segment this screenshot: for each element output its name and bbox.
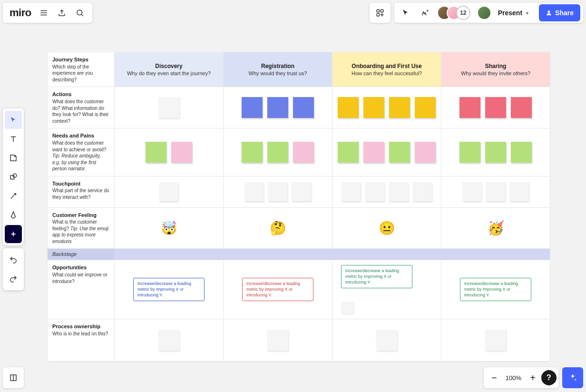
present-button[interactable]: Present ▾ — [493, 4, 533, 21]
svg-rect-5 — [377, 10, 379, 12]
sticky-note[interactable] — [267, 142, 288, 163]
sticky-note[interactable] — [158, 97, 179, 118]
sticky-note[interactable] — [511, 142, 532, 163]
reactions-icon[interactable] — [416, 4, 433, 21]
share-button[interactable]: Share — [539, 4, 580, 21]
sticky-note[interactable] — [267, 330, 288, 351]
sticky-note[interactable] — [511, 97, 532, 118]
sticky-note[interactable] — [363, 97, 384, 118]
opportunity-card[interactable]: Increase/decrease a leading metric by im… — [341, 265, 412, 288]
apps-icon[interactable] — [371, 4, 389, 21]
phase-header-sharing[interactable]: Sharing Why would they invite others? — [441, 52, 550, 87]
sticky-note[interactable] — [341, 302, 353, 314]
row-opportunities: Opportunities What could we improve or i… — [48, 260, 550, 319]
user-avatar[interactable] — [477, 6, 491, 20]
sticky-note[interactable] — [158, 330, 179, 351]
row-backstage-divider: Backstage — [48, 249, 550, 260]
phase-header-onboarding[interactable]: Onboarding and First Use How can they fe… — [332, 52, 441, 87]
zoom-controls: − 100% + ? — [484, 367, 558, 388]
opportunity-card[interactable]: Increase/decrease a leading metric by im… — [133, 278, 205, 301]
row-label: Actions What does the customer do? What … — [48, 87, 114, 128]
sticky-note[interactable] — [415, 142, 436, 163]
frames-panel-button[interactable] — [3, 367, 24, 388]
sticky-note[interactable] — [365, 182, 384, 201]
sticky-note[interactable] — [376, 330, 397, 351]
redo-button[interactable] — [5, 270, 22, 288]
row-process-ownership: Process ownership Who is in the lead on … — [48, 319, 550, 361]
row-label: Customer Feeling What is the customer fe… — [48, 208, 114, 249]
row-journey-steps: Journey Steps Which step of the experien… — [48, 52, 550, 87]
sticky-note[interactable] — [459, 97, 480, 118]
zoom-out-button[interactable]: − — [486, 369, 503, 386]
select-tool[interactable] — [5, 111, 22, 129]
phase-header-registration[interactable]: Registration Why would they trust us? — [223, 52, 332, 87]
sticky-note[interactable] — [363, 142, 384, 163]
export-icon[interactable] — [53, 4, 70, 21]
sticky-note[interactable] — [389, 97, 410, 118]
row-customer-feeling: Customer Feeling What is the customer fe… — [48, 208, 550, 249]
sticky-note[interactable] — [171, 142, 192, 163]
search-icon[interactable] — [71, 4, 88, 21]
svg-point-3 — [77, 10, 82, 15]
row-actions: Actions What does the customer do? What … — [48, 87, 550, 128]
svg-rect-6 — [381, 10, 383, 12]
ai-assist-button[interactable] — [562, 367, 583, 388]
sticky-note[interactable] — [485, 330, 506, 351]
connector-tool[interactable] — [5, 187, 22, 205]
shape-tool[interactable] — [5, 168, 22, 186]
opportunity-card[interactable]: Increase/decrease a leading metric by im… — [242, 278, 313, 301]
text-tool[interactable] — [5, 130, 22, 148]
opportunity-card[interactable]: Increase/decrease a leading metric by im… — [460, 278, 531, 301]
avatar-overflow-count[interactable]: 12 — [456, 6, 470, 20]
app-logo[interactable]: miro — [7, 7, 34, 19]
sticky-note[interactable] — [459, 142, 480, 163]
sticky-note-tool[interactable] — [5, 149, 22, 167]
apps-button-cluster — [370, 3, 391, 23]
sticky-note[interactable] — [485, 97, 506, 118]
row-needs-pains: Needs and Pains What does the customer w… — [48, 128, 550, 176]
zoom-level[interactable]: 100% — [503, 374, 524, 382]
row-label: Process ownership Who is in the lead on … — [48, 319, 114, 361]
sticky-note[interactable] — [268, 182, 287, 201]
sticky-note[interactable] — [244, 182, 264, 201]
sticky-note[interactable] — [338, 142, 359, 163]
menu-icon[interactable] — [35, 4, 52, 21]
undo-button[interactable] — [5, 251, 22, 269]
sticky-note[interactable] — [486, 182, 505, 201]
row-label: Opportunities What could we improve or i… — [48, 260, 114, 319]
sticky-note[interactable] — [413, 182, 432, 201]
chevron-down-icon: ▾ — [526, 10, 528, 16]
collaborator-avatars[interactable]: 12 — [437, 6, 470, 20]
add-tool[interactable] — [5, 225, 22, 243]
sticky-note[interactable] — [293, 97, 314, 118]
phase-header-discovery[interactable]: Discovery Why do they even start the jou… — [114, 52, 223, 87]
sticky-note[interactable] — [267, 97, 288, 118]
sticky-note[interactable] — [415, 97, 436, 118]
feeling-emoji[interactable]: 🤔 — [270, 220, 286, 236]
sticky-note[interactable] — [510, 182, 529, 201]
zoom-in-button[interactable]: + — [524, 369, 541, 386]
sticky-note[interactable] — [338, 97, 359, 118]
sticky-note[interactable] — [242, 97, 263, 118]
feeling-emoji[interactable]: 🥳 — [488, 220, 504, 236]
sticky-note[interactable] — [146, 142, 166, 163]
sticky-note[interactable] — [389, 182, 408, 201]
left-toolbar — [3, 108, 24, 245]
sticky-note[interactable] — [242, 142, 263, 163]
help-button[interactable]: ? — [541, 370, 557, 385]
journey-map-board[interactable]: Journey Steps Which step of the experien… — [48, 52, 550, 361]
sticky-note[interactable] — [485, 142, 506, 163]
cursor-settings-icon[interactable] — [397, 4, 414, 21]
sticky-note[interactable] — [293, 142, 314, 163]
sticky-note[interactable] — [292, 182, 311, 201]
sticky-note[interactable] — [342, 182, 361, 201]
row-touchpoint: Touchpoint What part of the service do t… — [48, 176, 550, 208]
feeling-emoji[interactable]: 😐 — [379, 220, 395, 236]
sticky-note[interactable] — [389, 142, 410, 163]
feeling-emoji[interactable]: 🤯 — [161, 220, 177, 236]
svg-line-4 — [81, 14, 83, 16]
sticky-note[interactable] — [159, 182, 178, 201]
row-label: Needs and Pains What does the customer w… — [48, 128, 114, 176]
sticky-note[interactable] — [462, 182, 481, 201]
pen-tool[interactable] — [5, 206, 22, 224]
